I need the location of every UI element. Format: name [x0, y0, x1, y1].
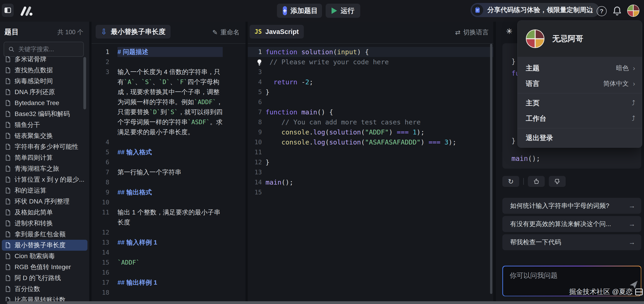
notifications-bell-icon[interactable]	[612, 6, 622, 17]
user-avatar[interactable]	[627, 5, 640, 17]
home-label: 主页	[526, 98, 632, 108]
menu-item-home[interactable]: 主页 ⤴	[518, 95, 642, 111]
lightbulb-icon[interactable]	[256, 59, 262, 67]
sidebar-item[interactable]: 进制求和转换	[2, 218, 88, 229]
problem-title-tab[interactable]: ⇩ 最小替换子串长度	[96, 25, 170, 39]
sidebar-item[interactable]: 最小替换子串长度	[2, 240, 88, 251]
md-line: 8	[92, 177, 246, 187]
sidebar-item[interactable]: 简单四则计算	[2, 152, 88, 163]
app-logo[interactable]	[19, 7, 34, 16]
code-line-number: 9	[248, 127, 262, 137]
suggestion-chip[interactable]: 有没有更高效的算法来解决这个问... →	[502, 216, 641, 232]
suggestion-chip[interactable]: 帮我检查一下代码 →	[502, 234, 641, 250]
code-editor[interactable]: 1 function solution(input) { 2 // Please…	[248, 44, 493, 304]
sidebar-item[interactable]: 阿 D 的飞行路线	[2, 272, 88, 283]
editor-scrollbar[interactable]	[490, 44, 492, 294]
search-input[interactable]	[18, 46, 79, 53]
sidebar-item[interactable]: 多米诺骨牌	[2, 54, 88, 65]
sidebar-item[interactable]: 字符串有多少种可能性	[2, 141, 88, 152]
file-icon	[5, 253, 11, 259]
code-line: 11	[248, 147, 493, 157]
suggestion-chip[interactable]: 如何统计输入字符串中字母的词频? →	[502, 198, 641, 214]
code-line-content: }	[262, 87, 270, 97]
help-icon[interactable]: ?	[597, 6, 607, 16]
code-line-number: 11	[248, 147, 262, 157]
sidebar-item[interactable]: 计算位置 x 到 y 的最少...	[2, 174, 88, 185]
code-line: 3	[248, 67, 493, 77]
sidebar-item[interactable]: 及格如此简单	[2, 207, 88, 218]
sidebar-scrollbar[interactable]	[83, 57, 86, 109]
add-question-button[interactable]: + 添加题目	[277, 4, 322, 18]
sidebar-toggle-button[interactable]	[2, 4, 14, 17]
thumbs-down-icon	[554, 178, 560, 185]
md-line-number: 8	[92, 177, 109, 187]
code-line: 10 console.log(solution("ASAFASAFADDD") …	[248, 137, 493, 147]
refresh-icon: ↻	[508, 178, 514, 185]
problem-markdown-editor[interactable]: 1 # 问题描述 2 3 输入一个长度为 4 倍数的字符串，只有`A`、`S`、…	[92, 44, 246, 304]
sidebar-item-label: RGB 色值转 Integer	[14, 263, 71, 271]
sidebar-item-label: 计算位置 x 到 y 的最少...	[14, 175, 84, 184]
rename-label: 重命名	[220, 28, 240, 37]
sidebar-item[interactable]: DNA 序列还原	[2, 87, 88, 98]
sidebar-item[interactable]: 青海湖租车之旅	[2, 163, 88, 174]
md-line-content	[118, 227, 223, 237]
promo-banner[interactable]: 分享代码练习体验，领限量定制周边	[470, 3, 599, 17]
sidebar-item[interactable]: 和的逆运算	[2, 185, 88, 196]
sidebar-item[interactable]: 比高最早转账计数	[2, 294, 88, 301]
thumbs-down-button[interactable]	[549, 176, 566, 187]
pencil-icon: ✎	[212, 29, 218, 36]
file-icon	[5, 275, 11, 281]
file-icon	[5, 144, 11, 150]
sidebar-item[interactable]: 查找热点数据	[2, 65, 88, 76]
menu-item-theme[interactable]: 主题 暗色 ›	[518, 60, 642, 76]
play-icon	[332, 8, 337, 14]
sidebar-item[interactable]: 病毒感染时间	[2, 76, 88, 87]
menu-item-language[interactable]: 语言 简体中文 ›	[518, 76, 642, 91]
code-line-number: 15	[248, 187, 262, 197]
md-line: 10	[92, 197, 246, 207]
plus-icon: +	[283, 6, 287, 15]
sidebar-item[interactable]: Bytedance Tree	[2, 98, 88, 109]
menu-item-workspace[interactable]: 工作台 ⤴	[518, 111, 642, 126]
sidebar-item[interactable]: 拿到最多红包金额	[2, 229, 88, 240]
sidebar-item[interactable]: 环状 DNA 序列整理	[2, 196, 88, 207]
sidebar-item[interactable]: RGB 色值转 Integer	[2, 262, 88, 272]
code-line-content: function main() {	[262, 107, 333, 117]
sidebar-item-label: 简单四则计算	[14, 153, 53, 162]
bubble-code-line: main();	[512, 155, 540, 162]
sidebar-item[interactable]: 百分位数	[2, 283, 88, 294]
file-icon	[5, 187, 11, 194]
md-line: 6	[92, 157, 246, 167]
external-link-icon: ⤴	[632, 115, 635, 122]
sidebar-item-label: 链表聚集交换	[14, 132, 53, 140]
menu-item-logout[interactable]: 退出登录	[518, 130, 642, 146]
code-line-content	[262, 67, 266, 77]
arrow-right-icon: →	[628, 202, 635, 210]
run-button[interactable]: 运行	[326, 4, 360, 18]
code-line-content	[262, 167, 266, 177]
rename-button[interactable]: ✎ 重命名	[212, 28, 240, 37]
switch-language-button[interactable]: ⇄ 切换语言	[455, 28, 489, 37]
code-line: 13	[248, 167, 493, 177]
sidebar-toggle-icon	[4, 7, 12, 14]
md-line-content: 输出 1 个整数，满足要求的最小子串长度	[118, 207, 223, 227]
regenerate-button[interactable]: ↻	[502, 176, 519, 187]
question-sidebar: 题目 共 100 个 多米诺骨牌 查找热点数据	[0, 22, 89, 304]
sidebar-item[interactable]: 猫鱼分干	[2, 119, 88, 130]
thumbs-up-button[interactable]	[528, 176, 545, 187]
md-line: 4	[92, 137, 246, 147]
sidebar-item[interactable]: Cion 勒索病毒	[2, 251, 88, 262]
md-line: 12	[92, 227, 246, 237]
sidebar-item-label: Cion 勒索病毒	[14, 252, 55, 260]
arrow-right-icon: →	[628, 238, 635, 246]
external-link-icon: ⤴	[632, 99, 635, 107]
bottom-edge-bar	[7, 301, 644, 304]
md-line-content	[118, 137, 223, 147]
md-line-number: 1	[92, 47, 109, 57]
sidebar-item[interactable]: Base32 编码和解码	[2, 109, 88, 119]
sidebar-item[interactable]: 链表聚集交换	[2, 130, 88, 141]
workspace-label: 工作台	[526, 114, 632, 123]
language-tab[interactable]: JS JavaScript	[250, 25, 304, 39]
md-line-content: ## 输出格式	[118, 187, 223, 197]
file-icon	[5, 56, 11, 63]
